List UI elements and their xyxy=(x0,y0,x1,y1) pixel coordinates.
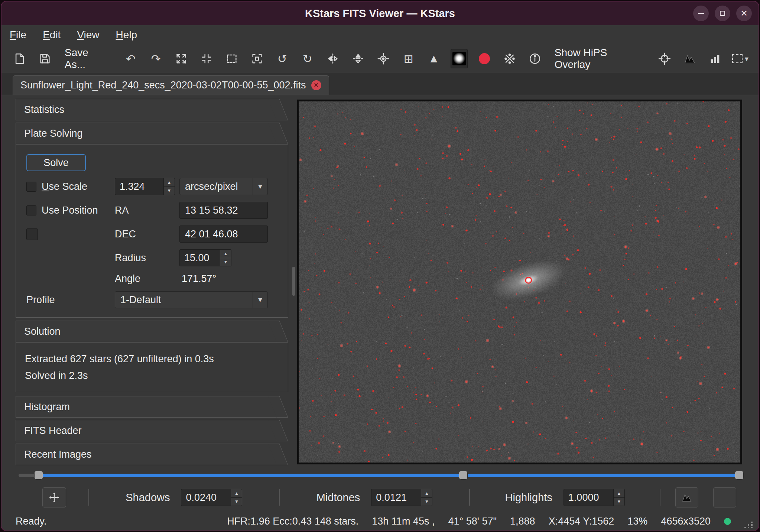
grid-icon[interactable]: ⊞ xyxy=(400,49,417,68)
maximize-button[interactable] xyxy=(715,6,730,21)
zoom-actual-size-icon[interactable] xyxy=(249,49,266,68)
info-icon[interactable] xyxy=(526,49,543,68)
use-position-label: Use Position xyxy=(42,205,98,216)
dec-label: DEC xyxy=(115,228,179,240)
crosshair-target-icon[interactable] xyxy=(656,49,673,68)
status-hfr: HFR:1.96 Ecc:0.43 148 stars. xyxy=(227,516,358,527)
shadows-down-arrow[interactable]: ▼ xyxy=(231,497,242,506)
window-title: KStars FITS Viewer — KStars xyxy=(1,7,759,20)
highlights-up-arrow[interactable]: ▲ xyxy=(614,489,624,497)
rotate-ccw-icon[interactable]: ↺ xyxy=(274,49,291,68)
status-pixel-value: 1,888 xyxy=(510,516,535,527)
hips-overlay-button[interactable]: Show HiPS Overlay xyxy=(552,49,648,68)
flip-horizontal-icon[interactable] xyxy=(324,49,341,68)
midtones-value[interactable]: 0.0121 xyxy=(371,489,421,506)
chevron-down-icon: ▼ xyxy=(253,178,267,195)
flip-vertical-icon[interactable] xyxy=(350,49,367,68)
highlights-value[interactable]: 1.0000 xyxy=(564,489,613,506)
radius-up-arrow[interactable]: ▲ xyxy=(220,250,231,258)
zoom-in-icon[interactable] xyxy=(173,49,190,68)
shadows-slider-handle[interactable] xyxy=(34,471,43,480)
detect-stars-icon[interactable] xyxy=(476,49,493,68)
tab-recent-images[interactable]: Recent Images xyxy=(16,444,278,465)
status-zoom: 13% xyxy=(627,516,647,527)
use-scale-label: Use Scale xyxy=(42,181,87,192)
scale-spinbox: 1.324 ▲▼ xyxy=(115,178,175,195)
extra-checkbox[interactable] xyxy=(26,228,38,240)
midtones-up-arrow[interactable]: ▲ xyxy=(421,489,432,497)
minimize-button[interactable] xyxy=(693,6,709,21)
undo-icon[interactable]: ↶ xyxy=(122,49,139,68)
side-panel: Statistics Plate Solving Solve Use Scale… xyxy=(16,99,291,465)
scale-unit-dropdown[interactable]: arcsec/pixel ▼ xyxy=(179,178,268,195)
plate-solving-panel: Solve Use Scale 1.324 ▲▼ arcsec/pixel ▼ xyxy=(16,144,288,318)
menu-file[interactable]: File xyxy=(10,29,26,41)
shadows-label: Shadows xyxy=(126,492,170,504)
shadows-value[interactable]: 0.0240 xyxy=(181,489,231,506)
tabbar: Sunflower_Light_Red_240_secs_2020-03-02T… xyxy=(1,73,759,95)
histogram-button[interactable] xyxy=(675,487,698,507)
auto-stretch-toggle-button[interactable] xyxy=(713,487,736,507)
save-as-button[interactable]: Save As... xyxy=(62,49,114,68)
resize-grip[interactable] xyxy=(744,522,753,528)
zoom-fit-icon[interactable] xyxy=(223,49,240,68)
selection-statistics-icon[interactable]: ▾ xyxy=(732,49,749,68)
close-button[interactable]: ✕ xyxy=(736,6,752,21)
tab-histogram[interactable]: Histogram xyxy=(16,396,278,418)
statistics-bars-icon[interactable] xyxy=(707,49,724,68)
highlights-slider-handle[interactable] xyxy=(735,471,744,480)
rotate-cw-icon[interactable]: ↻ xyxy=(299,49,316,68)
image-view xyxy=(297,100,742,464)
scale-up-arrow[interactable]: ▲ xyxy=(164,178,175,186)
tab-close-icon[interactable]: ✕ xyxy=(311,80,321,90)
profile-dropdown[interactable]: 1-Default ▼ xyxy=(115,291,268,308)
solve-button[interactable]: Solve xyxy=(26,154,86,171)
midtones-spinbox: 0.0121 ▲▼ xyxy=(371,489,432,506)
zoom-out-icon[interactable] xyxy=(198,49,215,68)
statusbar: Ready. HFR:1.96 Ecc:0.43 148 stars. 13h … xyxy=(1,512,759,531)
scale-down-arrow[interactable]: ▼ xyxy=(164,186,175,195)
solution-header[interactable]: Solution xyxy=(16,321,278,342)
open-file-icon[interactable] xyxy=(11,49,28,68)
panel-splitter[interactable] xyxy=(291,95,296,467)
menu-help[interactable]: Help xyxy=(116,29,137,41)
status-ready: Ready. xyxy=(16,516,47,527)
star-profile-icon xyxy=(452,52,466,65)
radius-value[interactable]: 15.00 xyxy=(180,250,220,266)
starfield-image[interactable] xyxy=(299,101,740,463)
mark-stars-icon[interactable] xyxy=(501,49,518,68)
radius-down-arrow[interactable]: ▼ xyxy=(220,258,231,266)
pyramid-view-icon[interactable]: ▲ xyxy=(425,49,442,68)
midtones-slider-handle[interactable] xyxy=(459,471,468,480)
stretch-slider-track[interactable] xyxy=(19,474,741,477)
radius-spinbox: 15.00 ▲▼ xyxy=(179,249,231,266)
tab-fits-header[interactable]: FITS Header xyxy=(16,420,278,441)
shadows-up-arrow[interactable]: ▲ xyxy=(231,489,242,497)
use-position-checkbox[interactable] xyxy=(26,205,36,215)
tab-plate-solving[interactable]: Plate Solving xyxy=(16,123,278,144)
highlights-down-arrow[interactable]: ▼ xyxy=(614,497,624,506)
pan-mode-button[interactable] xyxy=(42,487,66,507)
fits-file-tab[interactable]: Sunflower_Light_Red_240_secs_2020-03-02T… xyxy=(13,75,329,95)
redo-icon[interactable]: ↷ xyxy=(147,49,165,68)
toolbar: Save As... ↶ ↷ ↺ ↻ ⊞ ▲ Show HiPS Overlay xyxy=(1,45,759,73)
save-icon[interactable] xyxy=(36,49,53,68)
tab-label: Sunflower_Light_Red_240_secs_2020-03-02T… xyxy=(20,80,306,91)
auto-stretch-icon[interactable] xyxy=(681,49,698,68)
tab-statistics[interactable]: Statistics xyxy=(16,99,278,120)
highlights-spinbox: 1.0000 ▲▼ xyxy=(563,489,625,506)
scale-value[interactable]: 1.324 xyxy=(115,178,163,195)
midtones-down-arrow[interactable]: ▼ xyxy=(421,497,432,506)
stretch-controls: Shadows 0.0240 ▲▼ Midtones 0.0121 ▲▼ Hig… xyxy=(1,483,759,512)
dec-field[interactable]: 42 01 46.08 xyxy=(179,226,268,243)
status-resolution: 4656x3520 xyxy=(661,516,711,527)
ra-field[interactable]: 13 15 58.32 xyxy=(179,202,268,219)
star-profile-toggle[interactable] xyxy=(451,49,468,68)
solution-line-solved: Solved in 2.3s xyxy=(25,367,279,384)
center-telescope-icon[interactable] xyxy=(375,49,392,68)
use-scale-checkbox[interactable] xyxy=(26,182,36,192)
angle-label: Angle xyxy=(115,273,179,285)
highlights-label: Highlights xyxy=(505,492,552,504)
menu-view[interactable]: View xyxy=(77,29,99,41)
menu-edit[interactable]: Edit xyxy=(43,29,61,41)
